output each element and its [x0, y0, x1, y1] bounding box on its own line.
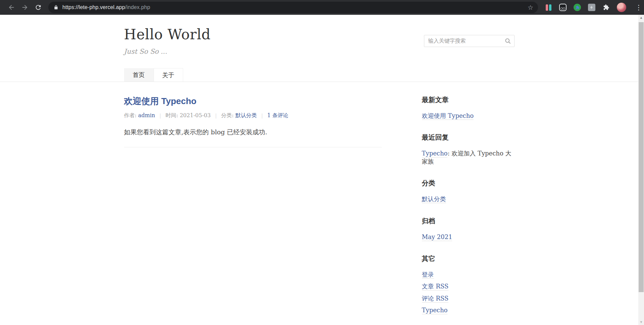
category-link[interactable]: 默认分类: [235, 112, 257, 119]
meta-divider: |: [261, 112, 263, 119]
widget-recent-comments: 最近回复 Typecho: 欢迎加入 Typecho 大家族: [422, 133, 515, 165]
extension-goggles-icon[interactable]: [559, 4, 567, 11]
puzzle-icon: [603, 4, 609, 11]
posts-rss-link[interactable]: 文章 RSS: [422, 283, 449, 290]
extension-lightning-icon[interactable]: [588, 4, 595, 11]
scroll-down-icon[interactable]: ▼: [638, 319, 644, 325]
browser-toolbar-right: ⋮: [545, 3, 644, 12]
commenter-link[interactable]: Typecho: [422, 150, 448, 157]
scrollbar-thumb[interactable]: [639, 22, 644, 292]
search-box: [424, 35, 515, 47]
login-link[interactable]: 登录: [422, 271, 434, 279]
url-host: https://lete-php.vercel.app: [62, 4, 125, 10]
post-body: 如果您看到这篇文章,表示您的 blog 已经安装成功.: [124, 127, 382, 137]
post-title: 欢迎使用 Typecho: [124, 95, 382, 107]
site-title-link[interactable]: Hello World: [124, 26, 211, 43]
meta-divider: |: [159, 112, 161, 119]
site-header: Hello World Just So So ... 首页 关于: [0, 15, 638, 82]
post-meta: 作者: admin|时间: 2021-05-03|分类: 默认分类|1 条评论: [124, 112, 382, 119]
main-content: 欢迎使用 Typecho 作者: admin|时间: 2021-05-03|分类…: [124, 82, 515, 314]
url-text: https://lete-php.vercel.app/index.php: [62, 4, 150, 10]
browser-menu-icon[interactable]: ⋮: [633, 4, 644, 11]
scroll-up-icon[interactable]: ▲: [638, 15, 644, 20]
post-item: 欢迎使用 Typecho 作者: admin|时间: 2021-05-03|分类…: [124, 95, 382, 147]
address-bar[interactable]: https://lete-php.vercel.app/index.php ☆: [48, 2, 538, 13]
author-link[interactable]: admin: [138, 112, 155, 119]
category-label: 分类:: [221, 112, 235, 119]
list-item: Typecho: [422, 306, 515, 314]
list-item: Typecho: 欢迎加入 Typecho 大家族: [422, 149, 515, 165]
list-item: 文章 RSS: [422, 282, 515, 290]
nav-tab-about[interactable]: 关于: [154, 68, 183, 82]
post-date: 2021-05-03: [180, 112, 211, 119]
green-circle-puzzle-icon: [574, 4, 581, 11]
extensions-puzzle-button[interactable]: [602, 4, 610, 11]
extension-bars-icon[interactable]: [545, 4, 552, 11]
list-item: 默认分类: [422, 195, 515, 203]
post-title-link[interactable]: 欢迎使用 Typecho: [124, 96, 197, 106]
back-arrow-icon: [8, 4, 15, 11]
widget-title: 分类: [422, 179, 515, 188]
browser-nav-buttons: [0, 1, 45, 14]
recent-post-link[interactable]: 欢迎使用 Typecho: [422, 112, 474, 120]
site-subtitle: Just So So ...: [124, 47, 211, 55]
profile-avatar[interactable]: [617, 3, 626, 12]
widget-recent-posts: 最新文章 欢迎使用 Typecho: [422, 95, 515, 120]
search-input[interactable]: [424, 35, 515, 47]
list-item: 欢迎使用 Typecho: [422, 112, 515, 120]
post-divider: [124, 147, 382, 147]
category-link[interactable]: 默认分类: [422, 195, 446, 203]
time-label: 时间:: [165, 112, 179, 119]
list-item: May 2021: [422, 233, 515, 241]
widget-title: 其它: [422, 254, 515, 263]
widget-title: 最近回复: [422, 133, 515, 142]
reload-button[interactable]: [32, 1, 45, 14]
list-item: 登录: [422, 271, 515, 278]
list-item: 评论 RSS: [422, 294, 515, 302]
post-list: 欢迎使用 Typecho 作者: admin|时间: 2021-05-03|分类…: [124, 95, 382, 314]
site-title-block: Hello World Just So So ...: [124, 26, 211, 55]
comments-rss-link[interactable]: 评论 RSS: [422, 295, 449, 303]
site-title[interactable]: Hello World: [124, 26, 211, 43]
extension-green-puzzle-icon[interactable]: [574, 4, 581, 11]
reload-icon: [35, 4, 42, 11]
lightning-icon: [588, 4, 595, 11]
widget-archives: 归档 May 2021: [422, 217, 515, 241]
url-path: /index.php: [125, 4, 150, 10]
forward-button[interactable]: [18, 1, 32, 14]
goggles-icon: [559, 4, 567, 11]
search-icon[interactable]: [504, 38, 511, 46]
scrollbar-track[interactable]: ▲ ▼: [638, 15, 644, 325]
lock-icon[interactable]: [54, 5, 58, 10]
main-nav: 首页 关于: [124, 68, 515, 82]
widget-categories: 分类 默认分类: [422, 179, 515, 203]
page-viewport: Hello World Just So So ... 首页 关于 欢迎使用 Ty…: [0, 15, 638, 325]
bookmark-star-icon[interactable]: ☆: [528, 4, 533, 11]
bars-icon: [546, 4, 551, 11]
nav-tab-home[interactable]: 首页: [124, 68, 154, 82]
typecho-link[interactable]: Typecho: [422, 307, 448, 314]
widget-title: 最新文章: [422, 95, 515, 104]
author-label: 作者:: [124, 112, 138, 119]
browser-chrome: https://lete-php.vercel.app/index.php ☆ …: [0, 0, 644, 15]
widget-misc: 其它 登录 文章 RSS 评论 RSS Typecho: [422, 254, 515, 314]
comments-link[interactable]: 1 条评论: [267, 112, 288, 119]
archive-link[interactable]: May 2021: [422, 233, 452, 241]
back-button[interactable]: [5, 1, 18, 14]
meta-divider: |: [215, 112, 217, 119]
widget-title: 归档: [422, 217, 515, 226]
sidebar: 最新文章 欢迎使用 Typecho 最近回复 Typecho: 欢迎加入 Typ…: [422, 95, 515, 314]
forward-arrow-icon: [21, 4, 29, 11]
